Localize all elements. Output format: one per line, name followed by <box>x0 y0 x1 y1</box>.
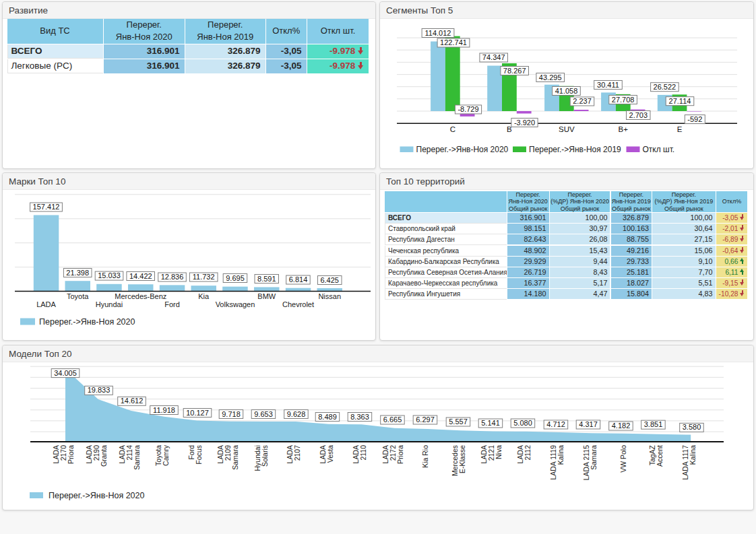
svg-text:78.267: 78.267 <box>503 67 526 75</box>
svg-text:8.489: 8.489 <box>318 413 337 421</box>
svg-text:3.580: 3.580 <box>683 423 701 431</box>
svg-text:34.005: 34.005 <box>54 369 77 377</box>
svg-text:Camry: Camry <box>162 444 170 466</box>
svg-text:E: E <box>677 125 683 133</box>
svg-text:5.557: 5.557 <box>449 418 468 426</box>
svg-text:4.182: 4.182 <box>612 422 631 430</box>
svg-text:14.612: 14.612 <box>121 397 144 405</box>
svg-text:Niva: Niva <box>495 445 503 459</box>
svg-text:114.012: 114.012 <box>425 29 451 37</box>
svg-text:Focus: Focus <box>195 445 203 465</box>
svg-text:Priora: Priora <box>396 445 404 464</box>
svg-text:Перерег.->Янв-Ноя 2020: Перерег.->Янв-Ноя 2020 <box>416 145 509 154</box>
svg-text:6.665: 6.665 <box>383 415 402 424</box>
svg-text:15.033: 15.033 <box>98 271 121 279</box>
svg-text:4.712: 4.712 <box>546 420 565 428</box>
svg-text:Granta: Granta <box>100 445 108 467</box>
svg-text:11.918: 11.918 <box>153 406 175 414</box>
svg-text:8.363: 8.363 <box>350 413 369 421</box>
svg-text:Toyota: Toyota <box>67 292 89 300</box>
svg-text:27.114: 27.114 <box>669 97 691 105</box>
svg-text:157.412: 157.412 <box>33 203 60 211</box>
svg-text:Mercedes-Benz: Mercedes-Benz <box>115 292 166 300</box>
svg-text:LADA: LADA <box>36 300 56 308</box>
svg-text:Перерег.->Янв-Ноя 2020: Перерег.->Янв-Ноя 2020 <box>39 317 135 327</box>
svg-text:C: C <box>450 125 455 133</box>
svg-text:Solaris: Solaris <box>261 445 269 467</box>
svg-text:E-Klasse: E-Klasse <box>458 445 466 473</box>
svg-text:2107: 2107 <box>293 445 301 461</box>
svg-text:Volkswagen: Volkswagen <box>216 300 255 308</box>
svg-text:9.653: 9.653 <box>254 410 273 418</box>
svg-text:Kia Rio: Kia Rio <box>421 445 429 468</box>
svg-text:43.295: 43.295 <box>539 73 562 81</box>
svg-text:5.141: 5.141 <box>481 419 500 427</box>
svg-text:14.422: 14.422 <box>129 272 152 280</box>
svg-text:2110: 2110 <box>359 445 367 461</box>
svg-text:-592: -592 <box>687 115 702 123</box>
svg-text:VW Polo: VW Polo <box>619 445 627 473</box>
svg-text:12.836: 12.836 <box>161 273 184 281</box>
svg-text:Samara: Samara <box>231 445 239 470</box>
svg-text:Ford: Ford <box>164 300 180 308</box>
svg-text:30.411: 30.411 <box>597 81 619 89</box>
svg-text:41.058: 41.058 <box>555 87 578 95</box>
svg-text:SUV: SUV <box>559 125 575 133</box>
svg-text:27.708: 27.708 <box>612 96 635 104</box>
svg-text:3.851: 3.851 <box>644 420 663 428</box>
svg-text:21.398: 21.398 <box>66 269 89 277</box>
svg-text:Kalina: Kalina <box>557 445 565 465</box>
svg-text:Kalina: Kalina <box>689 445 697 465</box>
svg-text:26.522: 26.522 <box>654 83 676 91</box>
svg-text:-8.729: -8.729 <box>458 105 478 113</box>
svg-text:Перерег.->Янв-Ноя 2020: Перерег.->Янв-Ноя 2020 <box>49 491 145 500</box>
svg-text:Priora: Priora <box>67 445 75 464</box>
svg-text:2112: 2112 <box>524 445 532 461</box>
svg-text:19.833: 19.833 <box>88 386 111 394</box>
svg-text:9.718: 9.718 <box>222 410 241 418</box>
svg-text:Откл шт.: Откл шт. <box>643 145 675 154</box>
svg-text:9.628: 9.628 <box>287 410 306 418</box>
svg-text:9.695: 9.695 <box>226 274 245 282</box>
svg-text:Nissan: Nissan <box>318 292 341 300</box>
svg-text:2.237: 2.237 <box>573 97 592 105</box>
svg-text:2.703: 2.703 <box>629 111 648 119</box>
svg-text:74.347: 74.347 <box>482 53 505 61</box>
svg-text:Accent: Accent <box>656 445 664 467</box>
svg-text:Chevrolet: Chevrolet <box>282 300 314 308</box>
svg-text:11.732: 11.732 <box>193 273 215 281</box>
svg-text:Samara: Samara <box>590 445 598 470</box>
svg-text:BMW: BMW <box>257 292 276 300</box>
svg-text:-3.920: -3.920 <box>514 119 535 127</box>
svg-text:6.425: 6.425 <box>320 276 339 284</box>
svg-text:6.297: 6.297 <box>416 415 435 424</box>
svg-text:B+: B+ <box>619 125 629 133</box>
svg-text:4.317: 4.317 <box>579 420 598 428</box>
svg-text:6.814: 6.814 <box>289 275 308 283</box>
svg-text:5.080: 5.080 <box>513 419 532 427</box>
svg-text:Samara: Samara <box>133 445 141 470</box>
svg-text:10.127: 10.127 <box>186 409 209 417</box>
svg-text:8.591: 8.591 <box>257 275 276 283</box>
svg-text:Kia: Kia <box>198 292 210 300</box>
svg-text:Hyundai: Hyundai <box>96 300 123 308</box>
svg-text:Перерег.->Янв-Ноя 2019: Перерег.->Янв-Ноя 2019 <box>529 145 621 154</box>
svg-text:Vesta: Vesta <box>326 445 334 463</box>
svg-text:122.741: 122.741 <box>440 38 467 46</box>
